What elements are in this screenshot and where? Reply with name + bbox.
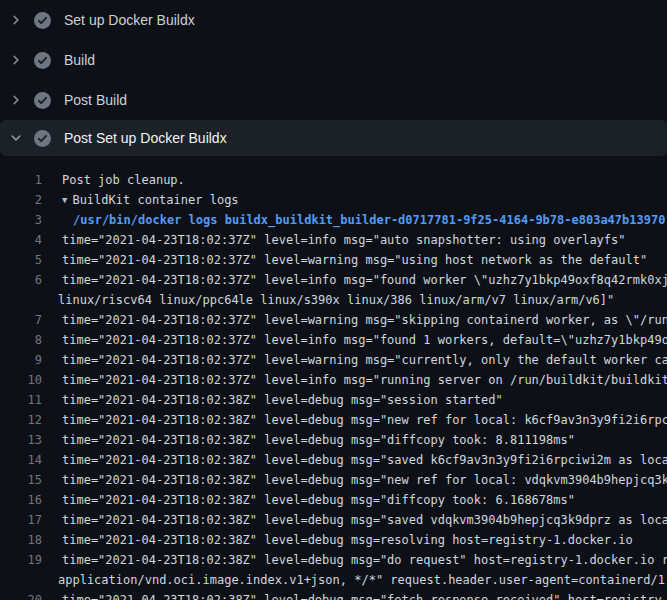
log-line: 2▼BuildKit container logs xyxy=(0,190,667,210)
log-line-text: time="2021-04-23T18:02:38Z" level=debug … xyxy=(62,510,667,530)
log-line-number[interactable]: 8 xyxy=(0,330,42,350)
log-line: 9time="2021-04-23T18:02:37Z" level=warni… xyxy=(0,350,667,370)
log-line-text: time="2021-04-23T18:02:38Z" level=debug … xyxy=(62,530,633,550)
step-header-post-build[interactable]: Post Build xyxy=(0,80,667,120)
step-header-set-up-docker-buildx[interactable]: Set up Docker Buildx xyxy=(0,0,667,40)
log-line: 12time="2021-04-23T18:02:38Z" level=debu… xyxy=(0,410,667,430)
log-line: 20time="2021-04-23T18:02:38Z" level=debu… xyxy=(0,590,667,600)
log-line-text: time="2021-04-23T18:02:37Z" level=info m… xyxy=(62,270,667,290)
log-line-text: application/vnd.oci.image.index.v1+json,… xyxy=(58,570,667,590)
log-line-number[interactable]: 13 xyxy=(0,430,42,450)
log-line-number[interactable]: 4 xyxy=(0,230,42,250)
step-label: Set up Docker Buildx xyxy=(64,12,195,28)
log-line-text: time="2021-04-23T18:02:38Z" level=debug … xyxy=(62,590,667,600)
log-line-number[interactable]: 15 xyxy=(0,470,42,490)
check-circle-icon xyxy=(34,12,51,29)
log-line-number[interactable]: 16 xyxy=(0,490,42,510)
log-line: 17time="2021-04-23T18:02:38Z" level=debu… xyxy=(0,510,667,530)
chevron-down-icon[interactable] xyxy=(8,130,24,146)
log-line-number[interactable]: 1 xyxy=(0,170,42,190)
check-circle-icon xyxy=(34,130,51,147)
log-line: 11time="2021-04-23T18:02:38Z" level=debu… xyxy=(0,390,667,410)
log-line-number[interactable]: 14 xyxy=(0,450,42,470)
log-line: 14time="2021-04-23T18:02:38Z" level=debu… xyxy=(0,450,667,470)
log-line-number[interactable]: 5 xyxy=(0,250,42,270)
step-label: Post Build xyxy=(64,92,127,108)
workflow-job-log-panel: Set up Docker BuildxBuildPost BuildPost … xyxy=(0,0,667,600)
step-label: Post Set up Docker Buildx xyxy=(64,130,227,146)
log-line-number[interactable]: 19 xyxy=(0,550,42,570)
log-line: application/vnd.oci.image.index.v1+json,… xyxy=(0,570,667,590)
log-line-text: time="2021-04-23T18:02:37Z" level=info m… xyxy=(62,330,667,350)
log-line-text: time="2021-04-23T18:02:37Z" level=warnin… xyxy=(62,310,667,330)
log-line-text: time="2021-04-23T18:02:38Z" level=debug … xyxy=(62,410,667,430)
log-line-number[interactable]: 9 xyxy=(0,350,42,370)
log-line: 13time="2021-04-23T18:02:38Z" level=debu… xyxy=(0,430,667,450)
chevron-right-icon[interactable] xyxy=(8,12,24,28)
log-line-number[interactable]: 2 xyxy=(0,190,42,210)
log-line-text: time="2021-04-23T18:02:38Z" level=debug … xyxy=(62,450,667,470)
log-line-text: time="2021-04-23T18:02:37Z" level=warnin… xyxy=(62,350,667,370)
log-line-text: time="2021-04-23T18:02:38Z" level=debug … xyxy=(62,390,503,410)
log-line-text: time="2021-04-23T18:02:37Z" level=info m… xyxy=(62,370,667,390)
log-line-text: linux/riscv64 linux/ppc64le linux/s390x … xyxy=(58,290,614,310)
log-viewer: 1Post job cleanup.2▼BuildKit container l… xyxy=(0,156,667,600)
log-line: 18time="2021-04-23T18:02:38Z" level=debu… xyxy=(0,530,667,550)
log-line-number[interactable]: 6 xyxy=(0,270,42,290)
log-line: 6time="2021-04-23T18:02:37Z" level=info … xyxy=(0,270,667,290)
log-line-number xyxy=(0,570,42,590)
log-line-number[interactable]: 17 xyxy=(0,510,42,530)
log-line-text: ▼BuildKit container logs xyxy=(62,190,239,210)
log-line-number[interactable]: 7 xyxy=(0,310,42,330)
log-line-number[interactable]: 11 xyxy=(0,390,42,410)
log-line: 15time="2021-04-23T18:02:38Z" level=debu… xyxy=(0,470,667,490)
log-line: linux/riscv64 linux/ppc64le linux/s390x … xyxy=(0,290,667,310)
log-line-number xyxy=(0,290,42,310)
log-line: 19time="2021-04-23T18:02:38Z" level=debu… xyxy=(0,550,667,570)
log-line-text: time="2021-04-23T18:02:38Z" level=debug … xyxy=(62,490,575,510)
check-circle-icon xyxy=(34,92,51,109)
chevron-right-icon[interactable] xyxy=(8,92,24,108)
log-line-number[interactable]: 10 xyxy=(0,370,42,390)
log-line: 3/usr/bin/docker logs buildx_buildkit_bu… xyxy=(0,210,667,230)
log-line: 7time="2021-04-23T18:02:37Z" level=warni… xyxy=(0,310,667,330)
log-group-title[interactable]: BuildKit container logs xyxy=(72,193,238,207)
check-circle-icon xyxy=(34,52,51,69)
log-line: 8time="2021-04-23T18:02:37Z" level=info … xyxy=(0,330,667,350)
log-line: 4time="2021-04-23T18:02:37Z" level=info … xyxy=(0,230,667,250)
step-list: Set up Docker BuildxBuildPost BuildPost … xyxy=(0,0,667,156)
step-header-post-set-up-docker-buildx[interactable]: Post Set up Docker Buildx xyxy=(0,120,667,156)
log-line-number[interactable]: 18 xyxy=(0,530,42,550)
log-line: 10time="2021-04-23T18:02:37Z" level=info… xyxy=(0,370,667,390)
step-header-build[interactable]: Build xyxy=(0,40,667,80)
log-line: 1Post job cleanup. xyxy=(0,170,667,190)
log-line: 5time="2021-04-23T18:02:37Z" level=warni… xyxy=(0,250,667,270)
log-line-text: time="2021-04-23T18:02:37Z" level=info m… xyxy=(62,230,626,250)
log-line-number[interactable]: 3 xyxy=(0,210,42,230)
log-line-text: time="2021-04-23T18:02:38Z" level=debug … xyxy=(62,550,667,570)
log-line-text: time="2021-04-23T18:02:38Z" level=debug … xyxy=(62,470,667,490)
log-line-text: time="2021-04-23T18:02:38Z" level=debug … xyxy=(62,430,575,450)
log-line: 16time="2021-04-23T18:02:38Z" level=debu… xyxy=(0,490,667,510)
log-command-text: /usr/bin/docker logs buildx_buildkit_bui… xyxy=(73,210,665,230)
step-label: Build xyxy=(64,52,95,68)
log-line-text: time="2021-04-23T18:02:37Z" level=warnin… xyxy=(62,250,647,270)
log-line-text: Post job cleanup. xyxy=(62,170,185,190)
log-line-number[interactable]: 12 xyxy=(0,410,42,430)
group-collapse-triangle-icon[interactable]: ▼ xyxy=(62,190,67,210)
chevron-right-icon[interactable] xyxy=(8,52,24,68)
log-line-number[interactable]: 20 xyxy=(0,590,42,600)
